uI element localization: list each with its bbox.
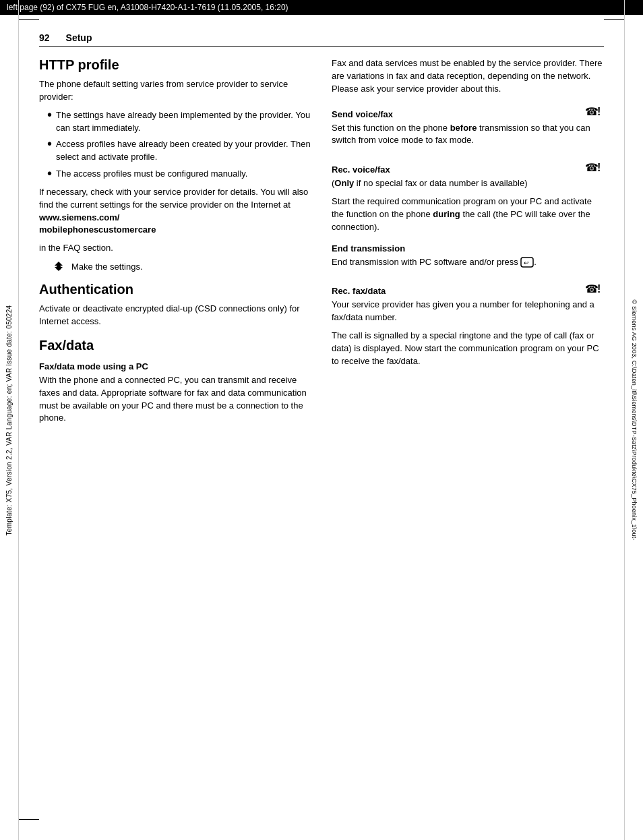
- rec-fax-data-icon: ☎ !: [585, 281, 604, 296]
- svg-text:↩: ↩: [524, 260, 529, 266]
- authentication-section: Authentication Activate or deactivate en…: [39, 282, 311, 328]
- send-voice-fax-row: Send voice/fax ☎ !: [332, 101, 604, 122]
- left-column: HTTP profile The phone default setting v…: [39, 57, 311, 430]
- rec-only-bold: Only: [334, 178, 354, 188]
- end-transmission-text: End transmission with PC software and/or…: [332, 256, 604, 269]
- page-header: 92 Setup: [39, 32, 604, 47]
- make-settings-text: Make the settings.: [71, 262, 143, 272]
- rec-fax-data-row: Rec. fax/data ☎ !: [332, 278, 604, 299]
- svg-text:!: !: [597, 106, 601, 117]
- rec-bold-word: during: [433, 209, 460, 219]
- right-sidebar: © Siemens AG 2003, C:\Daten_itl\Siemens\…: [624, 0, 643, 840]
- http-profile-heading: HTTP profile: [39, 57, 311, 73]
- bullet-text-3: The access profiles must be configured m…: [56, 168, 311, 181]
- page-title: Setup: [66, 32, 92, 43]
- rec-voice-fax-icon: ☎ !: [585, 160, 604, 175]
- left-sidebar: Template: X75, Version 2.2, VAR Language…: [0, 0, 19, 840]
- bullet-item-3: • The access profiles must be configured…: [47, 168, 311, 181]
- rec-fax-data-section: Rec. fax/data ☎ ! Your service provider …: [332, 278, 604, 367]
- end-transmission-section: End transmission End transmission with P…: [332, 243, 604, 269]
- phone-warning-icon: ☎ !: [585, 104, 604, 119]
- left-sidebar-label: Template: X75, Version 2.2, VAR Language…: [5, 305, 13, 535]
- svg-text:☎: ☎: [585, 106, 599, 117]
- bullet-dot-3: •: [47, 167, 52, 180]
- header-text: left page (92) of CX75 FUG en, A31008-H7…: [7, 3, 288, 12]
- svg-marker-2: [55, 267, 63, 271]
- bullet-item-2: • Access profiles have already been crea…: [47, 138, 311, 164]
- send-voice-fax-text: Set this function on the phone before tr…: [332, 122, 604, 148]
- bullet-item-1: • The settings have already been impleme…: [47, 109, 311, 135]
- phone-warning-icon-3: ☎ !: [585, 281, 604, 296]
- send-voice-fax-section: Send voice/fax ☎ ! Set this function on …: [332, 101, 604, 148]
- main-content: 92 Setup HTTP profile The phone default …: [19, 19, 624, 840]
- rec-voice-fax-note: (Only if no special fax or data number i…: [332, 177, 604, 190]
- rec-voice-fax-text: Start the required communication program…: [332, 196, 604, 234]
- url-bold: www.siemens.com/mobilephonescustomercare: [39, 212, 156, 235]
- faxdata-section: Fax/data Fax/data mode using a PC With t…: [39, 338, 311, 425]
- right-sidebar-label: © Siemens AG 2003, C:\Daten_itl\Siemens\…: [631, 299, 638, 540]
- send-voice-fax-icon: ☎ !: [585, 104, 604, 119]
- auth-text: Activate or deactivate encrypted dial-up…: [39, 303, 311, 328]
- svg-text:☎: ☎: [585, 283, 599, 295]
- send-bold-word: before: [450, 123, 477, 133]
- right-column: Fax and data services must be enabled by…: [332, 57, 604, 430]
- two-column-layout: HTTP profile The phone default setting v…: [39, 57, 604, 430]
- rec-voice-fax-section: Rec. voice/fax ☎ ! (Only if no special f…: [332, 156, 604, 233]
- faxdata-mode-text: With the phone and a connected PC, you c…: [39, 374, 311, 425]
- rec-fax-data-heading: Rec. fax/data: [332, 286, 386, 296]
- top-header: left page (92) of CX75 FUG en, A31008-H7…: [0, 0, 643, 15]
- svg-text:!: !: [597, 283, 601, 295]
- make-settings-row: Make the settings.: [53, 260, 311, 272]
- bullet-text-1: The settings have already been implement…: [56, 109, 311, 135]
- right-intro-text: Fax and data services must be enabled by…: [332, 57, 604, 96]
- http-profile-section: HTTP profile The phone default setting v…: [39, 57, 311, 272]
- svg-text:!: !: [597, 162, 601, 173]
- provider-text: If necessary, check with your service pr…: [39, 186, 311, 237]
- bullet-text-2: Access profiles have already been create…: [56, 138, 311, 164]
- rec-voice-fax-heading: Rec. voice/fax: [332, 164, 390, 175]
- end-transmission-heading: End transmission: [332, 243, 604, 253]
- faq-text: in the FAQ section.: [39, 242, 311, 255]
- faxdata-mode-heading: Fax/data mode using a PC: [39, 361, 311, 371]
- nav-icon: [53, 260, 65, 272]
- bullet-dot-1: •: [47, 108, 52, 121]
- svg-marker-0: [55, 262, 63, 266]
- phone-warning-icon-2: ☎ !: [585, 160, 604, 175]
- svg-text:☎: ☎: [585, 162, 599, 173]
- ringtone-text: The call is signalled by a special ringt…: [332, 330, 604, 368]
- rec-fax-data-text: Your service provider has given you a nu…: [332, 299, 604, 324]
- rec-voice-fax-row: Rec. voice/fax ☎ !: [332, 156, 604, 177]
- bullet-dot-2: •: [47, 137, 52, 150]
- http-intro-text: The phone default setting varies from se…: [39, 78, 311, 104]
- end-key-icon: ↩: [520, 257, 534, 268]
- send-voice-fax-heading: Send voice/fax: [332, 109, 393, 119]
- bullet-list: • The settings have already been impleme…: [47, 109, 311, 181]
- page-number: 92: [39, 32, 50, 43]
- auth-heading: Authentication: [39, 282, 311, 297]
- faxdata-heading: Fax/data: [39, 338, 311, 353]
